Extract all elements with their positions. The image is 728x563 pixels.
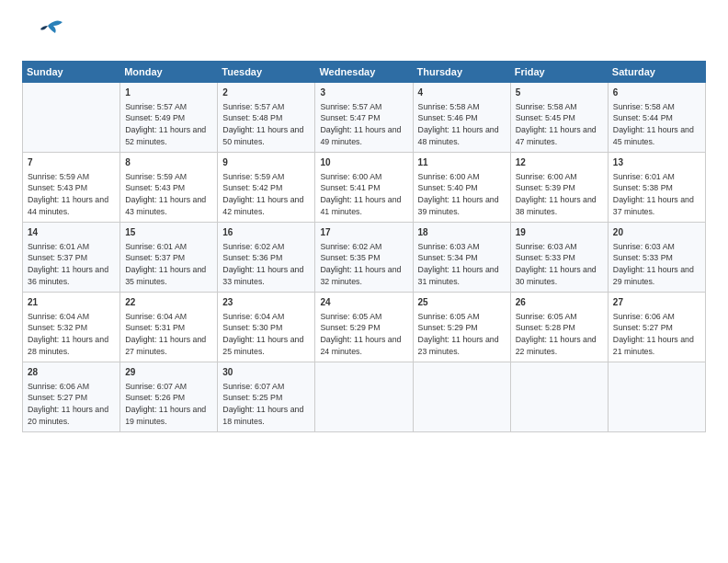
- calendar-day-cell: 6Sunrise: 5:58 AMSunset: 5:44 PMDaylight…: [608, 83, 705, 153]
- sunset-text: Sunset: 5:42 PM: [222, 183, 282, 192]
- sunrise-text: Sunrise: 6:06 AM: [613, 312, 675, 321]
- sunset-text: Sunset: 5:27 PM: [613, 323, 673, 332]
- calendar-day-cell: 12Sunrise: 6:00 AMSunset: 5:39 PMDayligh…: [510, 153, 608, 223]
- sunrise-text: Sunrise: 5:57 AM: [125, 102, 187, 111]
- calendar-day-cell: 24Sunrise: 6:05 AMSunset: 5:29 PMDayligh…: [315, 293, 413, 362]
- daylight-text: Daylight: 11 hours and 41 minutes.: [320, 195, 401, 216]
- calendar-header-row: Sunday Monday Tuesday Wednesday Thursday…: [23, 62, 706, 83]
- daylight-text: Daylight: 11 hours and 25 minutes.: [222, 335, 303, 356]
- day-number: 11: [418, 156, 506, 169]
- day-number: 16: [222, 226, 310, 239]
- calendar-day-cell: 28Sunrise: 6:06 AMSunset: 5:27 PMDayligh…: [23, 362, 120, 432]
- daylight-text: Daylight: 11 hours and 47 minutes.: [516, 125, 597, 146]
- sunset-text: Sunset: 5:35 PM: [320, 253, 380, 262]
- sunset-text: Sunset: 5:43 PM: [125, 183, 185, 192]
- page-header: [22, 17, 706, 53]
- day-number: 2: [222, 86, 310, 99]
- calendar-day-cell: 26Sunrise: 6:05 AMSunset: 5:28 PMDayligh…: [510, 293, 608, 362]
- logo: [22, 17, 68, 53]
- sunrise-text: Sunrise: 6:05 AM: [320, 312, 381, 321]
- sunrise-text: Sunrise: 6:03 AM: [613, 242, 675, 251]
- calendar-day-cell: 27Sunrise: 6:06 AMSunset: 5:27 PMDayligh…: [608, 293, 705, 362]
- day-number: 29: [125, 366, 212, 379]
- calendar-day-cell: 22Sunrise: 6:04 AMSunset: 5:31 PMDayligh…: [120, 293, 218, 362]
- daylight-text: Daylight: 11 hours and 39 minutes.: [418, 195, 499, 216]
- sunrise-text: Sunrise: 6:00 AM: [516, 172, 577, 181]
- sunset-text: Sunset: 5:31 PM: [125, 323, 185, 332]
- day-number: 8: [125, 156, 212, 169]
- daylight-text: Daylight: 11 hours and 44 minutes.: [28, 195, 108, 216]
- calendar-day-cell: 5Sunrise: 5:58 AMSunset: 5:45 PMDaylight…: [510, 83, 608, 153]
- sunset-text: Sunset: 5:45 PM: [516, 113, 575, 122]
- sunrise-text: Sunrise: 6:04 AM: [125, 312, 187, 321]
- day-number: 5: [516, 86, 603, 99]
- daylight-text: Daylight: 11 hours and 49 minutes.: [320, 125, 401, 146]
- sunrise-text: Sunrise: 5:59 AM: [28, 172, 89, 181]
- daylight-text: Daylight: 11 hours and 36 minutes.: [28, 265, 108, 286]
- calendar-day-cell: 19Sunrise: 6:03 AMSunset: 5:33 PMDayligh…: [510, 223, 608, 293]
- daylight-text: Daylight: 11 hours and 43 minutes.: [125, 195, 206, 216]
- daylight-text: Daylight: 11 hours and 33 minutes.: [222, 265, 303, 286]
- day-number: 18: [418, 226, 506, 239]
- sunset-text: Sunset: 5:39 PM: [516, 183, 575, 192]
- sunrise-text: Sunrise: 6:03 AM: [516, 242, 577, 251]
- day-number: 19: [516, 226, 603, 239]
- calendar-day-cell: 7Sunrise: 5:59 AMSunset: 5:43 PMDaylight…: [23, 153, 120, 223]
- daylight-text: Daylight: 11 hours and 19 minutes.: [125, 405, 206, 426]
- day-number: 9: [222, 156, 310, 169]
- header-friday: Friday: [510, 62, 608, 83]
- sunset-text: Sunset: 5:37 PM: [125, 253, 185, 262]
- sunrise-text: Sunrise: 5:57 AM: [222, 102, 284, 111]
- day-number: 23: [222, 296, 310, 309]
- daylight-text: Daylight: 11 hours and 30 minutes.: [516, 265, 597, 286]
- calendar-day-cell: [510, 362, 608, 432]
- daylight-text: Daylight: 11 hours and 23 minutes.: [418, 335, 499, 356]
- day-number: 25: [418, 296, 506, 309]
- sunrise-text: Sunrise: 5:59 AM: [125, 172, 187, 181]
- sunset-text: Sunset: 5:28 PM: [516, 323, 575, 332]
- sunset-text: Sunset: 5:43 PM: [28, 183, 87, 192]
- sunrise-text: Sunrise: 6:04 AM: [222, 312, 284, 321]
- calendar-day-cell: 2Sunrise: 5:57 AMSunset: 5:48 PMDaylight…: [218, 83, 315, 153]
- day-number: 4: [418, 86, 506, 99]
- sunset-text: Sunset: 5:47 PM: [320, 113, 380, 122]
- sunrise-text: Sunrise: 6:01 AM: [613, 172, 675, 181]
- sunrise-text: Sunrise: 5:59 AM: [222, 172, 284, 181]
- sunset-text: Sunset: 5:27 PM: [28, 393, 87, 402]
- daylight-text: Daylight: 11 hours and 32 minutes.: [320, 265, 401, 286]
- sunset-text: Sunset: 5:29 PM: [320, 323, 380, 332]
- sunset-text: Sunset: 5:26 PM: [125, 393, 185, 402]
- day-number: 28: [28, 366, 115, 379]
- calendar-day-cell: [608, 362, 705, 432]
- sunset-text: Sunset: 5:48 PM: [222, 113, 282, 122]
- calendar-day-cell: 10Sunrise: 6:00 AMSunset: 5:41 PMDayligh…: [315, 153, 413, 223]
- calendar-day-cell: [23, 83, 120, 153]
- calendar-day-cell: 4Sunrise: 5:58 AMSunset: 5:46 PMDaylight…: [413, 83, 510, 153]
- calendar-week-row: 1Sunrise: 5:57 AMSunset: 5:49 PMDaylight…: [23, 83, 706, 153]
- calendar-day-cell: 11Sunrise: 6:00 AMSunset: 5:40 PMDayligh…: [413, 153, 510, 223]
- daylight-text: Daylight: 11 hours and 31 minutes.: [418, 265, 499, 286]
- header-wednesday: Wednesday: [315, 62, 413, 83]
- sunrise-text: Sunrise: 6:01 AM: [28, 242, 89, 251]
- day-number: 12: [516, 156, 603, 169]
- calendar-day-cell: 17Sunrise: 6:02 AMSunset: 5:35 PMDayligh…: [315, 223, 413, 293]
- daylight-text: Daylight: 11 hours and 28 minutes.: [28, 335, 108, 356]
- sunrise-text: Sunrise: 6:00 AM: [320, 172, 381, 181]
- day-number: 15: [125, 226, 212, 239]
- sunset-text: Sunset: 5:38 PM: [613, 183, 673, 192]
- sunset-text: Sunset: 5:34 PM: [418, 253, 478, 262]
- calendar-day-cell: 29Sunrise: 6:07 AMSunset: 5:26 PMDayligh…: [120, 362, 218, 432]
- sunrise-text: Sunrise: 6:07 AM: [125, 382, 187, 391]
- sunset-text: Sunset: 5:40 PM: [418, 183, 478, 192]
- calendar-day-cell: 8Sunrise: 5:59 AMSunset: 5:43 PMDaylight…: [120, 153, 218, 223]
- calendar-day-cell: 18Sunrise: 6:03 AMSunset: 5:34 PMDayligh…: [413, 223, 510, 293]
- day-number: 20: [613, 226, 700, 239]
- day-number: 13: [613, 156, 700, 169]
- day-number: 24: [320, 296, 407, 309]
- day-number: 3: [320, 86, 407, 99]
- header-thursday: Thursday: [413, 62, 510, 83]
- sunset-text: Sunset: 5:32 PM: [28, 323, 87, 332]
- sunrise-text: Sunrise: 6:03 AM: [418, 242, 480, 251]
- daylight-text: Daylight: 11 hours and 37 minutes.: [613, 195, 694, 216]
- sunset-text: Sunset: 5:30 PM: [222, 323, 282, 332]
